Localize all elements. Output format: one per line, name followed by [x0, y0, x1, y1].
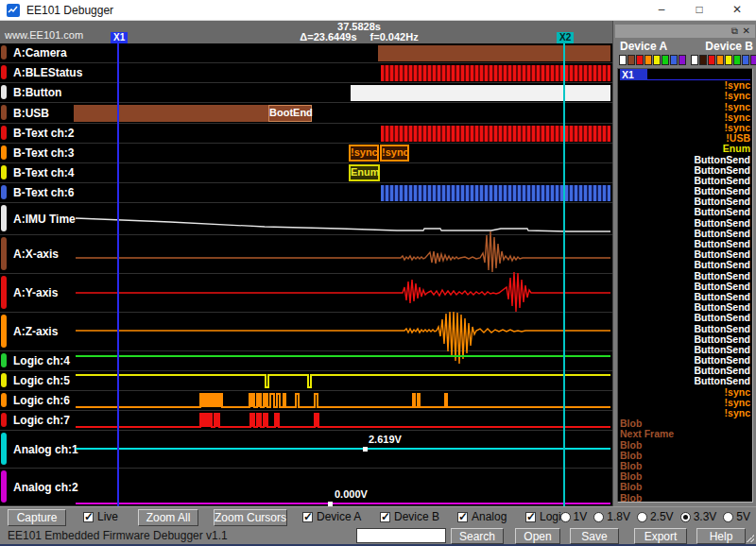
- cursor-x2-flag[interactable]: X2: [557, 32, 574, 43]
- color-swatch[interactable]: [653, 55, 661, 65]
- open-button[interactable]: Open: [515, 528, 560, 544]
- cursor-frequency: f=0.042Hz: [370, 31, 419, 43]
- event-label: ButtonSend: [695, 206, 751, 217]
- device-a-checkbox[interactable]: Device A: [302, 510, 361, 523]
- color-swatch[interactable]: [708, 55, 715, 65]
- toolbar: Capture Live Zoom All Zoom Cursors Devic…: [0, 506, 756, 527]
- maximize-icon[interactable]: □: [680, 0, 718, 21]
- live-checkbox[interactable]: Live: [83, 510, 118, 523]
- cursor-delta: Δ=23.6449s: [300, 31, 356, 43]
- checkbox-checked-icon[interactable]: [525, 512, 536, 522]
- device-a-swatches: [619, 55, 686, 65]
- event-label: X1: [620, 69, 647, 80]
- color-swatch[interactable]: [662, 55, 669, 65]
- color-swatch[interactable]: [670, 55, 678, 65]
- logic7-trace: [76, 414, 610, 427]
- radio-label: 5V: [736, 510, 750, 523]
- radio-icon[interactable]: [637, 512, 647, 522]
- color-swatch[interactable]: [619, 55, 627, 65]
- event-label: !sync: [725, 79, 750, 91]
- help-button[interactable]: Help: [696, 528, 746, 544]
- color-swatch[interactable]: [742, 55, 749, 65]
- event-label: ButtonSend: [695, 238, 751, 249]
- event-label: ButtonSend: [695, 333, 751, 345]
- event-label: !sync: [725, 90, 750, 101]
- search-input[interactable]: [356, 528, 446, 543]
- checkbox-checked-icon[interactable]: [83, 512, 94, 522]
- analog1-marker[interactable]: [363, 447, 368, 452]
- voltage-radio-1v[interactable]: 1V: [560, 510, 588, 523]
- color-swatch[interactable]: [691, 55, 698, 65]
- color-swatch[interactable]: [716, 55, 724, 65]
- search-button[interactable]: Search: [451, 528, 504, 544]
- event-label: ButtonSend: [695, 365, 751, 376]
- event-label: Enum: [723, 143, 750, 154]
- waveform-plot[interactable]: A:CameraA:BLEStatusB:ButtonB:USBB-Text c…: [0, 43, 612, 506]
- zoom-all-button[interactable]: Zoom All: [138, 509, 198, 526]
- color-swatch[interactable]: [733, 55, 741, 65]
- event-label: !sync: [725, 101, 750, 112]
- statusbar: EE101 Embedded Firmware Debugger v1.1 Se…: [0, 527, 756, 544]
- radio-label: 1.8V: [607, 510, 630, 523]
- color-swatch[interactable]: [679, 55, 686, 65]
- cursor-time-readout: 37.5828s Δ=23.6449sf=0.042Hz: [246, 21, 472, 43]
- event-label: ButtonSend: [695, 248, 751, 260]
- cursor-x1-flag[interactable]: X1: [111, 32, 128, 43]
- resize-grip-icon[interactable]: [745, 533, 754, 542]
- capture-button[interactable]: Capture: [8, 509, 66, 526]
- color-swatch[interactable]: [750, 55, 756, 65]
- radio-label: 1V: [574, 510, 588, 523]
- color-swatch[interactable]: [636, 55, 644, 65]
- event-label: !sync: [725, 407, 750, 418]
- voltage-radio-1-8v[interactable]: 1.8V: [593, 510, 630, 523]
- app-window: EE101 Debugger – □ ✕ www.EE101.com 37.58…: [0, 0, 756, 546]
- device-b-swatches: [691, 55, 756, 65]
- event-label: Blob: [620, 470, 642, 482]
- voltage-radio-3-3v[interactable]: 3.3V: [680, 510, 717, 523]
- analog2-value: 0.000V: [335, 488, 368, 500]
- device-b-checkbox[interactable]: Device B: [380, 510, 439, 523]
- zoom-cursors-button[interactable]: Zoom Cursors: [214, 509, 287, 526]
- voltage-radio-2-5v[interactable]: 2.5V: [637, 510, 674, 523]
- color-swatch[interactable]: [644, 55, 652, 65]
- radio-selected-icon[interactable]: [680, 512, 691, 522]
- event-label: Blob: [620, 450, 642, 461]
- website-label: www.EE101.com: [5, 29, 83, 41]
- voltage-radio-5v[interactable]: 5V: [723, 510, 750, 523]
- color-swatch[interactable]: [725, 55, 732, 65]
- close-icon[interactable]: ✕: [718, 0, 756, 21]
- panel-float-icon[interactable]: ⧉: [731, 25, 738, 38]
- event-row[interactable]: Blob: [620, 493, 750, 503]
- event-label: ButtonSend: [695, 344, 751, 355]
- export-button[interactable]: Export: [634, 528, 687, 544]
- analog-checkbox[interactable]: Analog: [457, 510, 507, 523]
- radio-icon[interactable]: [560, 512, 571, 522]
- radio-icon[interactable]: [723, 512, 733, 522]
- event-label: Blob: [620, 492, 642, 503]
- checkbox-checked-icon[interactable]: [457, 512, 468, 522]
- event-label: ButtonSend: [695, 185, 751, 196]
- save-button[interactable]: Save: [570, 528, 619, 544]
- event-label: ButtonSend: [695, 281, 751, 292]
- cursor-x2-line[interactable]: [563, 43, 565, 506]
- minimize-icon[interactable]: –: [643, 0, 680, 21]
- event-label: ButtonSend: [695, 164, 751, 176]
- color-swatch[interactable]: [627, 55, 635, 65]
- checkbox-checked-icon[interactable]: [380, 512, 390, 522]
- cursor-x1-line[interactable]: [117, 43, 119, 506]
- event-label: ButtonSend: [695, 291, 751, 302]
- color-swatch[interactable]: [699, 55, 707, 65]
- event-side-panel: ⧉ ✕ Device A Device B X1!sync!sync!sync!…: [612, 21, 756, 506]
- waveform-traces: [0, 43, 612, 506]
- radio-icon[interactable]: [593, 512, 604, 522]
- event-label: Blob: [620, 439, 642, 451]
- panel-grip[interactable]: ⧉ ✕: [615, 25, 755, 38]
- window-title: EE101 Debugger: [26, 4, 113, 17]
- event-list[interactable]: X1!sync!sync!sync!sync!sync!USBEnumButto…: [617, 68, 753, 503]
- panel-close-icon[interactable]: ✕: [743, 25, 750, 38]
- event-label: !sync: [725, 122, 750, 133]
- checkbox-checked-icon[interactable]: [302, 512, 313, 522]
- analog2-marker[interactable]: [328, 502, 333, 506]
- event-label: ButtonSend: [695, 312, 751, 323]
- event-label: ButtonSend: [695, 217, 751, 229]
